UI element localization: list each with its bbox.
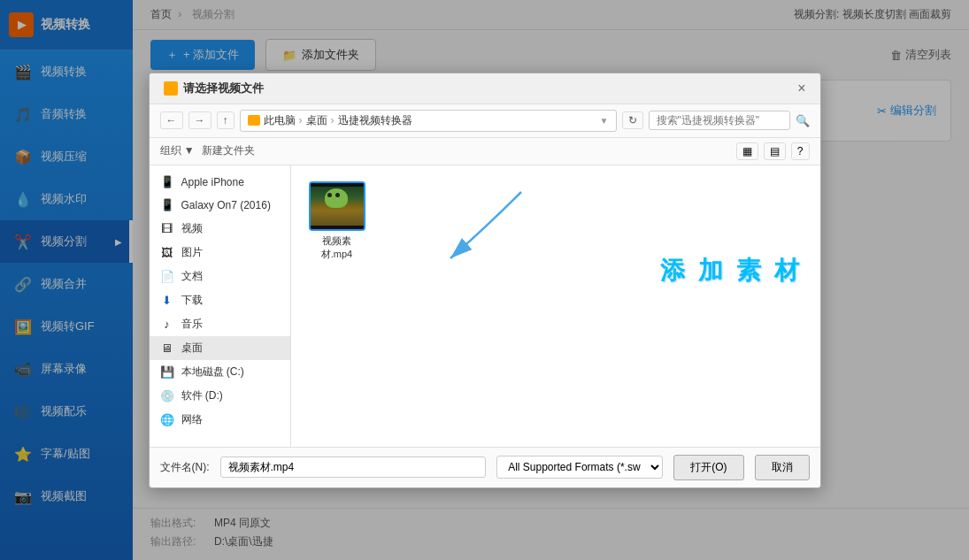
sidenav-label: Galaxy On7 (2016) [181, 199, 271, 211]
filename-input[interactable] [220, 456, 487, 478]
file-icon-item[interactable]: 视频素材.mp4 [302, 176, 373, 266]
file-thumbnail-icon [309, 181, 365, 231]
modal-toolbar: 组织 ▼ 新建文件夹 ▦ ▤ ? [150, 138, 820, 165]
modal-titlebar: 请选择视频文件 × [150, 73, 820, 104]
sidenav-music[interactable]: ♪ 音乐 [150, 312, 290, 336]
forward-button[interactable]: → [188, 111, 211, 129]
format-select[interactable]: All Supported Formats (*.sw [496, 456, 663, 479]
network-icon: 🌐 [160, 412, 174, 426]
modal-sidenav: 📱 Apple iPhone 📱 Galaxy On7 (2016) 🎞 视频 … [150, 165, 291, 447]
path-folder-icon [248, 115, 260, 126]
up-button[interactable]: ↑ [217, 111, 235, 129]
modal-title: 请选择视频文件 [164, 81, 264, 96]
view-list-button[interactable]: ▤ [764, 142, 786, 160]
refresh-button[interactable]: ↻ [622, 111, 643, 129]
modal-overlay: 请选择视频文件 × ← → ↑ 此电脑 › 桌面 › 迅捷视频转换器 ▼ ↻ 🔍 [0, 0, 969, 560]
desktop-folder-icon: 🖥 [160, 341, 174, 355]
search-button[interactable]: 🔍 [796, 114, 810, 127]
sidenav-label: 桌面 [181, 341, 203, 356]
file-select-modal: 请选择视频文件 × ← → ↑ 此电脑 › 桌面 › 迅捷视频转换器 ▼ ↻ 🔍 [149, 73, 821, 488]
downloads-folder-icon: ⬇ [160, 293, 174, 307]
sidenav-desktop[interactable]: 🖥 桌面 [150, 336, 290, 360]
path-sep1: › [299, 114, 303, 127]
organize-button[interactable]: 组织 ▼ [160, 143, 195, 158]
back-button[interactable]: ← [160, 111, 183, 129]
sidenav-label: 下载 [181, 293, 203, 308]
modal-body: 📱 Apple iPhone 📱 Galaxy On7 (2016) 🎞 视频 … [150, 165, 820, 447]
sidenav-label: 本地磁盘 (C:) [181, 364, 244, 380]
apple-iphone-icon: 📱 [160, 175, 174, 189]
music-folder-icon: ♪ [160, 317, 174, 331]
view-help-button[interactable]: ? [791, 142, 810, 160]
path-text-pc: 此电脑 [264, 113, 296, 128]
file-icon-label: 视频素材.mp4 [307, 234, 367, 261]
file-icon-grid: 视频素材.mp4 [302, 176, 810, 266]
modal-footer: 文件名(N): All Supported Formats (*.sw 打开(O… [150, 447, 820, 487]
galaxy-icon: 📱 [160, 198, 174, 212]
search-input[interactable] [649, 111, 790, 130]
sidenav-disk-d[interactable]: 💿 软件 (D:) [150, 384, 290, 408]
address-path[interactable]: 此电脑 › 桌面 › 迅捷视频转换器 ▼ [240, 110, 617, 132]
annotation-text: 添 加 素 材 [660, 254, 803, 288]
sidenav-label: 软件 (D:) [181, 388, 223, 403]
path-text-desktop: 桌面 [306, 113, 327, 128]
view-grid-button[interactable]: ▦ [736, 142, 758, 160]
modal-toolbar-left: 组织 ▼ 新建文件夹 [160, 143, 255, 158]
sidenav-label: 网络 [181, 412, 203, 427]
modal-folder-icon [164, 81, 178, 96]
disk-d-icon: 💿 [160, 388, 174, 403]
sidenav-label: Apple iPhone [181, 176, 244, 188]
modal-title-text: 请选择视频文件 [183, 81, 264, 96]
cancel-button[interactable]: 取消 [755, 455, 810, 480]
path-text-app: 迅捷视频转换器 [338, 113, 412, 128]
sidenav-label: 音乐 [181, 317, 203, 332]
sidenav-apple-iphone[interactable]: 📱 Apple iPhone [150, 171, 290, 194]
open-button[interactable]: 打开(O) [673, 455, 743, 480]
modal-filearea: 视频素材.mp4 添 加 素 材 [291, 165, 820, 447]
sidenav-network[interactable]: 🌐 网络 [150, 408, 290, 432]
modal-close-button[interactable]: × [797, 81, 805, 96]
sidenav-video[interactable]: 🎞 视频 [150, 217, 290, 241]
modal-toolbar-right: ▦ ▤ ? [736, 142, 810, 160]
disk-c-icon: 💾 [160, 364, 174, 379]
new-folder-button[interactable]: 新建文件夹 [202, 143, 255, 158]
sidenav-label: 视频 [181, 221, 203, 236]
sidenav-label: 图片 [181, 245, 203, 260]
sidenav-label: 文档 [181, 269, 203, 284]
images-folder-icon: 🖼 [160, 245, 174, 259]
video-folder-icon: 🎞 [160, 221, 174, 235]
modal-addressbar: ← → ↑ 此电脑 › 桌面 › 迅捷视频转换器 ▼ ↻ 🔍 [150, 104, 820, 138]
sidenav-images[interactable]: 🖼 图片 [150, 241, 290, 265]
sidenav-galaxy-on7[interactable]: 📱 Galaxy On7 (2016) [150, 194, 290, 217]
filename-label: 文件名(N): [160, 460, 210, 475]
documents-folder-icon: 📄 [160, 269, 174, 283]
path-sep2: › [331, 114, 335, 127]
sidenav-documents[interactable]: 📄 文档 [150, 265, 290, 288]
sidenav-downloads[interactable]: ⬇ 下载 [150, 288, 290, 312]
sidenav-local-disk-c[interactable]: 💾 本地磁盘 (C:) [150, 360, 290, 384]
path-dropdown-icon[interactable]: ▼ [600, 116, 609, 126]
